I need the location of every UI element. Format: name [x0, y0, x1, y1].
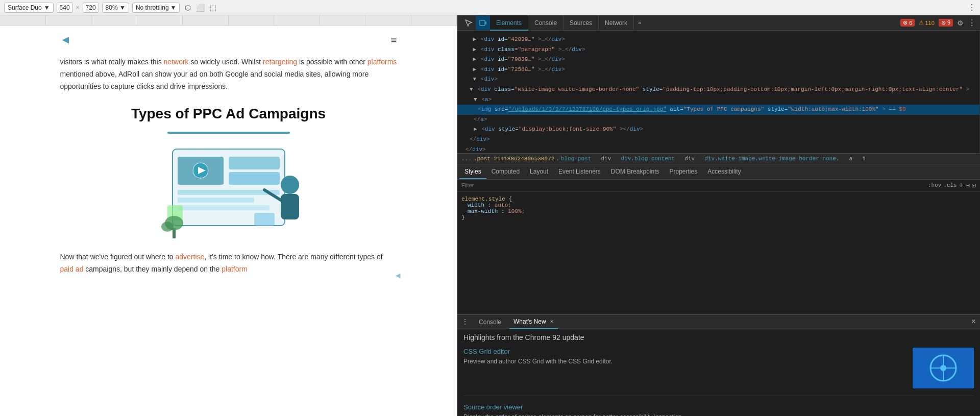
zoom-selector[interactable]: 80% ▼: [102, 3, 129, 13]
breadcrumb-dots[interactable]: ...: [461, 156, 472, 162]
layout-icon[interactable]: ⬜: [196, 4, 205, 12]
article-image-container: ◄: [60, 139, 397, 241]
collapse-arrow-1[interactable]: ▶: [473, 36, 477, 42]
styles-tab-accessibility[interactable]: Accessibility: [702, 164, 746, 180]
toolbar-more[interactable]: ⋮: [968, 3, 976, 12]
error-count-badge[interactable]: ⊗ 6: [900, 19, 915, 27]
breadcrumb-div-content[interactable]: div: [601, 156, 611, 162]
throttle-selector[interactable]: No throttling ▼: [132, 3, 180, 13]
cls-button[interactable]: .cls: [943, 182, 957, 188]
tree-line-a-open[interactable]: ▼ <a>: [457, 95, 979, 105]
css-property-width: width : auto;: [461, 202, 976, 208]
styles-tab-layout[interactable]: Layout: [525, 164, 553, 180]
device-selector[interactable]: Surface Duo ▼: [4, 3, 54, 13]
svg-rect-6: [178, 205, 270, 210]
height-value[interactable]: 720: [83, 3, 99, 13]
ruler-seg-4: [183, 15, 229, 25]
device-name: Surface Duo: [8, 4, 42, 11]
html-tree[interactable]: ▶ <div id="42839…" >…</div> ▶ <div class…: [457, 31, 980, 153]
tree-line-1[interactable]: ▶ <div id="42839…" >…</div>: [457, 35, 979, 45]
console-drawer-tab-whatsnew[interactable]: What's New ×: [509, 315, 558, 329]
breadcrumb-a[interactable]: a: [849, 156, 853, 162]
tree-line-4[interactable]: ▶ <div id="72568…" >…</div>: [457, 65, 979, 75]
collapse-arrow-3[interactable]: ▶: [473, 56, 477, 62]
css-colon-width: :: [488, 202, 495, 208]
update-item-css-grid-text: CSS Grid editor Preview and author CSS G…: [463, 348, 908, 366]
devtools-settings[interactable]: ⚙: [957, 19, 964, 27]
link-advertise[interactable]: advertise: [176, 253, 205, 261]
link-paid-ad[interactable]: paid ad: [60, 265, 84, 273]
whats-new-close[interactable]: ×: [550, 314, 554, 329]
drawer-close-button[interactable]: ×: [971, 317, 976, 327]
ruler-seg-5: [229, 15, 275, 25]
browser-viewport: ◄ ≡ visitors is what really makes this n…: [0, 15, 457, 416]
hov-button[interactable]: :hov: [928, 182, 941, 188]
css-grid-editor-link[interactable]: CSS Grid editor: [463, 348, 908, 355]
scrollbar-button[interactable]: ⊡: [972, 181, 976, 190]
link-network[interactable]: network: [164, 58, 189, 66]
devtools-tabs-more[interactable]: »: [634, 20, 646, 26]
css-prop-width[interactable]: width: [468, 202, 484, 208]
tree-line-div-font[interactable]: ▶ <div style="display:block;font-size:90…: [457, 125, 979, 135]
css-selector: element.style: [461, 196, 505, 202]
styles-filter-input[interactable]: [461, 182, 926, 188]
breadcrumb-post[interactable]: .post-214188624806530972: [474, 156, 554, 162]
link-retargeting[interactable]: retargeting: [263, 58, 297, 66]
warning-count-badge[interactable]: ⚠ 110: [919, 19, 934, 26]
css-val-maxwidth[interactable]: 100%;: [508, 208, 525, 214]
styles-tab-dom-breakpoints[interactable]: DOM Breakpoints: [606, 164, 665, 180]
source-order-viewer-link[interactable]: Source order viewer: [463, 403, 974, 411]
width-value[interactable]: 540: [57, 3, 73, 13]
tree-line-2[interactable]: ▶ <div class="paragraph" >…</div>: [457, 45, 979, 55]
css-val-width[interactable]: auto;: [495, 202, 511, 208]
tree-line-wsite-close[interactable]: </div>: [457, 135, 979, 145]
collapse-arrow-4[interactable]: ▶: [473, 66, 477, 72]
collapse-arrow-2[interactable]: ▶: [473, 46, 477, 53]
styles-tab-properties[interactable]: Properties: [665, 164, 703, 180]
devtools-tabs: Elements Console Sources Network »: [490, 15, 646, 31]
red-count-badge[interactable]: ⊗ 9: [939, 19, 953, 27]
tree-line-wsite[interactable]: ▼ <div class="wsite-image wsite-image-bo…: [457, 85, 979, 95]
teal-divider: [167, 132, 290, 134]
styles-tab-styles[interactable]: Styles: [459, 164, 486, 180]
tree-line-img[interactable]: <img src="/uploads/1/3/3/7/133787106/ppc…: [457, 105, 979, 115]
breadcrumb-blog-content[interactable]: div.blog-content: [621, 156, 675, 162]
styles-filter-bar: :hov .cls + ⊟ ⊡: [457, 180, 980, 192]
tree-line-div-open[interactable]: ▼ <div>: [457, 75, 979, 85]
link-platform[interactable]: platform: [222, 265, 248, 273]
watermark-logo: ◄: [394, 271, 402, 280]
add-style-button[interactable]: +: [959, 181, 963, 189]
collapse-arrow-a[interactable]: ▼: [474, 96, 477, 103]
hamburger-menu[interactable]: ≡: [391, 34, 397, 46]
ruler-seg-2: [91, 15, 137, 25]
device-mode-button[interactable]: [476, 16, 490, 30]
tree-line-3[interactable]: ▶ <div id="79839…" >…</div>: [457, 55, 979, 65]
console-drawer-dots[interactable]: ⋮: [461, 317, 469, 326]
settings-icon[interactable]: ⬚: [210, 4, 216, 12]
inspect-button[interactable]: [461, 16, 476, 30]
breadcrumb-wsite[interactable]: div.wsite-image.wsite-image-border-none.: [704, 156, 839, 162]
css-prop-maxwidth[interactable]: max-width: [468, 208, 498, 214]
tree-line-div-close[interactable]: </div>: [457, 145, 979, 153]
breadcrumb-i[interactable]: i: [862, 156, 866, 162]
tab-elements[interactable]: Elements: [490, 15, 528, 31]
collapse-arrow-font[interactable]: ▶: [474, 126, 477, 132]
tab-sources[interactable]: Sources: [564, 15, 599, 31]
link-platforms[interactable]: platforms: [368, 58, 397, 66]
tab-console[interactable]: Console: [528, 15, 564, 31]
collapse-arrow-wsite[interactable]: ▼: [470, 86, 473, 92]
screenshot-icon[interactable]: ⬡: [185, 4, 191, 12]
breadcrumb-blog-post[interactable]: blog-post: [561, 156, 591, 162]
tab-network[interactable]: Network: [599, 15, 634, 31]
collapse-arrow-5[interactable]: ▼: [473, 76, 477, 82]
devtools-more[interactable]: ⋮: [968, 18, 976, 28]
console-drawer-tab-console[interactable]: Console: [475, 315, 505, 329]
breadcrumb-sep-2: [593, 156, 599, 162]
styles-tab-computed[interactable]: Computed: [486, 164, 525, 180]
collapse-all-button[interactable]: ⊟: [965, 181, 969, 190]
tree-line-a-close[interactable]: </a>: [457, 115, 979, 125]
source-order-viewer-desc: Display the order of source elements on …: [463, 412, 974, 416]
styles-tab-event-listeners[interactable]: Event Listeners: [553, 164, 606, 180]
logo-icon[interactable]: ◄: [60, 33, 71, 46]
breadcrumb-div[interactable]: div: [684, 156, 695, 162]
